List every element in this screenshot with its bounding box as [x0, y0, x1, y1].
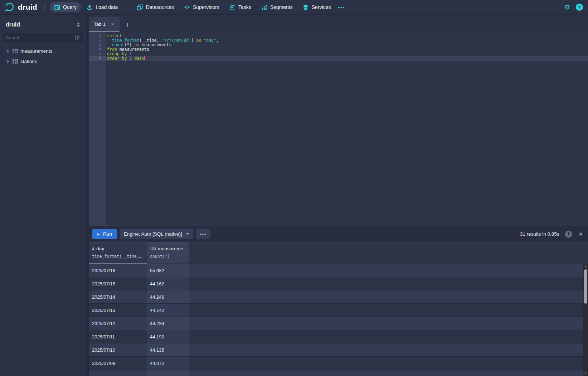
cell-measurements[interactable]: 44,246: [147, 290, 189, 303]
cell-day[interactable]: 2025/07/09: [89, 357, 147, 370]
run-bar: ▶ Run Engine: Auto [SQL (native)] ••• 31…: [89, 226, 588, 242]
filter-icon[interactable]: [74, 35, 80, 40]
run-button-label: Run: [103, 231, 112, 237]
datasource-tree: measurementsstations: [0, 46, 86, 67]
code-line-3[interactable]: count(*) as measurements: [106, 43, 588, 47]
table-row[interactable]: 2025/07/1044,135: [89, 343, 588, 356]
table-row[interactable]: 2025/07/0944,072: [89, 356, 588, 370]
code-line-6[interactable]: order by 1 desc: [106, 56, 588, 61]
results-scrollbar[interactable]: ▲ ▼: [583, 264, 588, 376]
results-body[interactable]: 2025/07/1655,9822025/07/1544,1622025/07/…: [89, 264, 588, 376]
nav-item-label: Load data: [96, 4, 118, 10]
nav-item-load-data[interactable]: Load data: [82, 2, 122, 12]
nav-item-datasources[interactable]: Datasources: [132, 2, 178, 12]
table-icon: [12, 48, 18, 54]
cell-measurements[interactable]: 44,135: [147, 343, 189, 356]
nav-divider: [127, 4, 127, 10]
line-number: 5: [89, 52, 106, 56]
line-number: 1: [89, 34, 106, 38]
gantt-icon: [229, 4, 235, 10]
table-row[interactable]: 2025/07/1655,982: [89, 264, 588, 277]
run-bar-right: 31 results in 0.85s ✕: [520, 231, 583, 238]
line-number: 4: [89, 47, 106, 52]
cell-measurements[interactable]: 44,072: [147, 357, 189, 370]
column-header-measurements[interactable]: 123measureme...count(*): [147, 242, 189, 264]
sort-indicator: [89, 263, 147, 264]
row-filler: [189, 357, 588, 370]
scrollbar-up-icon[interactable]: ▲: [583, 264, 588, 269]
run-button[interactable]: ▶ Run: [92, 229, 117, 239]
search-input[interactable]: [6, 35, 74, 40]
sql-editor[interactable]: 123456 select time_format(__time, 'YYYY/…: [89, 32, 588, 226]
tree-item-stations[interactable]: stations: [0, 56, 86, 67]
tab-close-icon[interactable]: ✕: [111, 21, 115, 27]
scrollbar-down-icon[interactable]: ▼: [583, 371, 588, 376]
row-filler: [189, 264, 588, 277]
nav-more-button[interactable]: •••: [335, 5, 348, 10]
gear-icon[interactable]: ⚙: [564, 4, 570, 11]
tab-tab1[interactable]: Tab 1 ✕: [89, 17, 120, 32]
cell-measurements[interactable]: 44,234: [147, 317, 189, 330]
cell-day[interactable]: 2025/07/16: [89, 264, 147, 277]
row-filler: [189, 317, 588, 330]
table-row[interactable]: 2025/07/1244,234: [89, 317, 588, 330]
cell-day[interactable]: 2025/07/15: [89, 277, 147, 290]
editor-code[interactable]: select time_format(__time, 'YYYY/MM/dd')…: [106, 32, 588, 226]
query-tab-bar: Tab 1 ✕ +: [89, 17, 588, 32]
help-icon[interactable]: ?: [576, 4, 583, 11]
cell-measurements[interactable]: 55,982: [147, 264, 189, 277]
engine-select[interactable]: Engine: Auto [SQL (native)]: [120, 229, 193, 239]
results-header: Adaytime_format(__time,…123measureme...c…: [89, 242, 588, 264]
row-filler: [189, 277, 588, 290]
topnav-right: ⚙ ?: [564, 4, 588, 11]
nav-item-tasks[interactable]: Tasks: [225, 2, 256, 12]
tree-item-measurements[interactable]: measurements: [0, 46, 86, 56]
column-type-icon: 123: [150, 247, 156, 251]
add-tab-button[interactable]: +: [120, 19, 135, 32]
nav-item-query[interactable]: Query: [50, 2, 81, 12]
console-icon: [54, 4, 60, 10]
row-filler: [189, 290, 588, 303]
nav-item-services[interactable]: Services: [298, 2, 335, 12]
tree-item-label: stations: [20, 59, 37, 64]
editor-gutter: 123456: [89, 32, 106, 226]
druid-logo[interactable]: druid: [0, 2, 41, 13]
line-number: 3: [89, 43, 106, 47]
text-cursor: [144, 56, 145, 60]
cell-day[interactable]: 2025/07/12: [89, 317, 147, 330]
table-row[interactable]: 2025/07/1344,142: [89, 303, 588, 317]
cell-day[interactable]: 2025/07/13: [89, 304, 147, 317]
nav-item-supervisors[interactable]: Supervisors: [180, 2, 224, 12]
schema-title: druid: [6, 21, 20, 28]
topnav-items: QueryLoad dataDatasourcesSupervisorsTask…: [41, 2, 335, 12]
chevron-right-icon[interactable]: [5, 49, 10, 54]
tree-item-label: measurements: [20, 48, 52, 54]
code-line-4[interactable]: from measurements: [106, 47, 588, 52]
download-icon[interactable]: [565, 231, 572, 238]
close-results-icon[interactable]: ✕: [578, 231, 583, 237]
cell-measurements[interactable]: 44,192: [147, 330, 189, 343]
nav-item-segments[interactable]: Segments: [257, 2, 297, 12]
top-navigation: druid QueryLoad dataDatasourcesSuperviso…: [0, 0, 588, 14]
table-row[interactable]: 2025/07/1144,192: [89, 330, 588, 343]
druid-swirl-icon: [4, 2, 15, 13]
code-line-5[interactable]: group by 1: [106, 52, 588, 56]
code-line-2[interactable]: time_format(__time, 'YYYY/MM/dd') as "da…: [106, 38, 588, 43]
cell-day[interactable]: 2025/07/14: [89, 290, 147, 303]
column-name: day: [96, 246, 104, 251]
column-header-day[interactable]: Adaytime_format(__time,…: [89, 242, 147, 264]
panel-divider: [86, 14, 89, 376]
chevron-right-icon[interactable]: [5, 59, 10, 64]
table-row[interactable]: 2025/07/1444,246: [89, 290, 588, 303]
code-token: ): [191, 38, 196, 43]
cell-measurements[interactable]: 44,162: [147, 277, 189, 290]
table-icon: [12, 59, 18, 64]
query-more-button[interactable]: •••: [196, 229, 211, 239]
line-number: 2: [89, 38, 106, 43]
cell-day[interactable]: 2025/07/11: [89, 330, 147, 343]
schema-selector[interactable]: druid: [0, 14, 86, 32]
table-row[interactable]: 2025/07/1544,162: [89, 277, 588, 290]
cell-day[interactable]: 2025/07/10: [89, 343, 147, 356]
cell-measurements[interactable]: 44,142: [147, 304, 189, 317]
scrollbar-thumb[interactable]: [584, 269, 587, 304]
